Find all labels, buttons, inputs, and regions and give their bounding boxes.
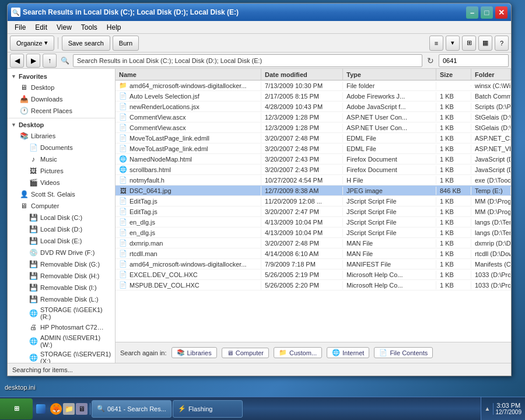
- table-row[interactable]: 🖼 DSC_0641.jpg 12/7/2009 8:38 AM JPEG im…: [116, 186, 511, 196]
- col-type[interactable]: Type: [343, 69, 436, 80]
- search-input[interactable]: [439, 54, 509, 67]
- refresh-button[interactable]: ↻: [425, 54, 436, 67]
- file-icon: 📄: [119, 176, 127, 184]
- table-row[interactable]: 📄 EditTag.js 11/20/2009 12:08 ... JScrip…: [116, 196, 511, 206]
- menu-tools[interactable]: Tools: [76, 22, 102, 33]
- sidebar-item-dvd-f[interactable]: 💿 DVD RW Drive (F:): [8, 247, 115, 258]
- sidebar-label-storage-r: STORAGE (\\GEEK1) (R:): [40, 306, 111, 320]
- table-row[interactable]: 📄 CommentView.ascx 12/3/2009 1:28 PM ASP…: [116, 123, 511, 133]
- file-icon: 📄: [119, 197, 127, 205]
- sidebar-item-local-e[interactable]: 💾 Local Disk (E:): [8, 235, 115, 247]
- sidebar-desktop-header[interactable]: ▼ Desktop: [8, 120, 115, 130]
- minimize-button[interactable]: –: [466, 6, 478, 19]
- sidebar-item-libraries[interactable]: 📚 Libraries: [8, 130, 115, 142]
- sidebar-item-admin-w[interactable]: 🌐 ADMIN (\\SERVER1) (W:): [8, 333, 115, 349]
- sidebar-item-local-c[interactable]: 💾 Local Disk (C:): [8, 212, 115, 223]
- sidebar-label-libraries: Libraries: [31, 132, 55, 139]
- file-icon: 📄: [119, 208, 127, 216]
- user-icon: 👤: [19, 190, 29, 199]
- taskbar-flashing-btn[interactable]: ⚡ Flashing: [173, 400, 243, 418]
- table-row[interactable]: 📄 amd64_microsoft-windows-digitallocker.…: [116, 259, 511, 270]
- menu-help[interactable]: Help: [102, 22, 126, 33]
- col-folder[interactable]: Folder: [471, 69, 511, 80]
- sidebar-item-recent-places[interactable]: 🕐 Recent Places: [8, 105, 115, 117]
- search-again-computer[interactable]: 🖥 Computer: [222, 348, 269, 358]
- save-search-button[interactable]: Save search: [62, 36, 110, 51]
- sidebar-label-local-c: Local Disk (C:): [40, 214, 82, 221]
- taskbar-flash-icon: ⚡: [178, 405, 186, 412]
- search-again-file-contents[interactable]: 📄 File Contents: [374, 347, 433, 358]
- tray-icons[interactable]: ▲: [485, 405, 491, 412]
- burn-button[interactable]: Burn: [113, 36, 139, 51]
- table-row[interactable]: 🌐 scrollbars.html 3/20/2007 2:43 PM Fire…: [116, 164, 511, 175]
- file-size-cell: [436, 85, 471, 86]
- sidebar-item-user[interactable]: 👤 Scott St. Gelais: [8, 188, 115, 200]
- organize-button[interactable]: Organize ▾: [10, 36, 54, 51]
- sidebar-favorites-header[interactable]: ▼ Favorites: [8, 71, 115, 82]
- sidebar-item-downloads[interactable]: 📥 Downloads: [8, 93, 115, 105]
- table-row[interactable]: 📄 en_dlg.js 4/13/2009 10:04 PM JScript S…: [116, 217, 511, 228]
- table-row[interactable]: 📄 EXCEL.DEV_COL.HXC 5/26/2005 2:19 PM Mi…: [116, 270, 511, 280]
- table-row[interactable]: 📄 MSPUB.DEV_COL.HXC 5/26/2005 2:20 PM Mi…: [116, 280, 511, 290]
- sidebar-item-storage-r[interactable]: 🌐 STORAGE (\\GEEK1) (R:): [8, 305, 115, 321]
- table-row[interactable]: 📄 rtcdll.man 4/14/2008 6:10 AM MAN File …: [116, 249, 511, 259]
- view-tiles-button[interactable]: ⊞: [462, 36, 476, 51]
- sidebar-item-local-d[interactable]: 💾 Local Disk (D:): [8, 223, 115, 235]
- table-row[interactable]: 📁 amd64_microsoft-windows-digitallocker.…: [116, 80, 511, 91]
- forward-button[interactable]: ▶: [26, 54, 40, 68]
- table-row[interactable]: 📄 EditTag.js 3/20/2007 2:47 PM JScript S…: [116, 206, 511, 217]
- close-button[interactable]: ✕: [495, 6, 508, 19]
- col-name[interactable]: Name: [116, 69, 261, 80]
- sidebar-item-removable-g[interactable]: 💾 Removable Disk (G:): [8, 258, 115, 270]
- file-name-cell: 📄 en_dlg.js: [116, 218, 261, 227]
- file-type-cell: Adobe Fireworks J...: [343, 92, 436, 100]
- search-again-libraries[interactable]: 📚 Libraries: [172, 347, 217, 358]
- address-path[interactable]: Search Results in Local Disk (C:); Local…: [73, 54, 422, 67]
- sidebar-item-desktop[interactable]: 🖥 Desktop: [8, 82, 115, 93]
- favorites-arrow-icon: ▼: [11, 74, 16, 79]
- sidebar-item-removable-i[interactable]: 💾 Removable Disk (I:): [8, 282, 115, 293]
- menu-file[interactable]: File: [10, 22, 30, 33]
- back-button[interactable]: ◀: [10, 54, 24, 68]
- sidebar-item-documents[interactable]: 📄 Documents: [8, 142, 115, 153]
- up-button[interactable]: ↑: [43, 54, 57, 68]
- firefox-quick-launch[interactable]: 🦊: [50, 403, 62, 415]
- taskbar-search-btn[interactable]: 🔍 0641 - Search Res...: [92, 400, 172, 418]
- search-again-custom[interactable]: 📁 Custom...: [274, 347, 322, 358]
- menu-edit[interactable]: Edit: [30, 22, 52, 33]
- search-again-internet[interactable]: 🌐 Internet: [327, 347, 369, 358]
- view-icons-button[interactable]: ▦: [478, 36, 492, 51]
- sidebar-item-hp-printer[interactable]: 🖨 HP Photosmart C7200 series (\\192.168.…: [8, 321, 115, 333]
- start-button[interactable]: ⊞: [0, 398, 33, 419]
- internet-sa-icon: 🌐: [332, 349, 340, 356]
- table-row[interactable]: 📄 MoveToLastPage_link.edml 3/20/2007 2:4…: [116, 144, 511, 154]
- sidebar-item-storage-x[interactable]: 🌐 STORAGE (\\SERVER1) (X:): [8, 349, 115, 363]
- table-row[interactable]: 📄 MoveToLastPage_link.edmll 3/20/2007 2:…: [116, 133, 511, 144]
- table-row[interactable]: 📄 en_dlg.js 4/13/2009 10:04 PM JScript S…: [116, 228, 511, 238]
- sidebar-item-videos[interactable]: 🎬 Videos: [8, 177, 115, 188]
- app-quick-launch[interactable]: 🖥: [76, 403, 88, 415]
- sidebar-item-music[interactable]: ♪ Music: [8, 153, 115, 165]
- recent-places-icon: 🕐: [19, 106, 29, 116]
- maximize-button[interactable]: □: [481, 6, 493, 19]
- col-size[interactable]: Size: [436, 69, 471, 80]
- sidebar-item-pictures[interactable]: 🖼 Pictures: [8, 165, 115, 177]
- sidebar-item-removable-l[interactable]: 💾 Removable Disk (L:): [8, 293, 115, 305]
- view-details-button[interactable]: ▾: [446, 36, 460, 51]
- view-list-button[interactable]: ≡: [429, 36, 443, 51]
- sidebar-item-computer[interactable]: 🖥 Computer: [8, 200, 115, 212]
- menu-view[interactable]: View: [52, 22, 76, 33]
- show-desktop-button[interactable]: [34, 399, 48, 419]
- table-row[interactable]: 🌐 NamedNodeMap.html 3/20/2007 2:43 PM Fi…: [116, 154, 511, 164]
- file-type-cell: JScript Script File: [343, 208, 436, 216]
- table-row[interactable]: 📄 Auto Levels Selection.jsf 2/17/2005 8:…: [116, 91, 511, 102]
- file-type-cell: ASP.NET User Con...: [343, 124, 436, 132]
- table-row[interactable]: 📄 dxmrip.man 3/20/2007 2:48 PM MAN File …: [116, 238, 511, 249]
- sidebar-item-removable-h[interactable]: 💾 Removable Disk (H:): [8, 270, 115, 282]
- help-button[interactable]: ?: [495, 36, 509, 51]
- folder-quick-launch[interactable]: 📁: [63, 403, 75, 415]
- table-row[interactable]: 📄 newRenderLocations.jsx 4/28/2009 10:43…: [116, 102, 511, 112]
- col-date[interactable]: Date modified: [261, 69, 343, 80]
- table-row[interactable]: 📄 notmyfault.h 10/27/2002 4:54 PM H File…: [116, 175, 511, 186]
- table-row[interactable]: 📄 CommentView.ascx 12/3/2009 1:28 PM ASP…: [116, 112, 511, 123]
